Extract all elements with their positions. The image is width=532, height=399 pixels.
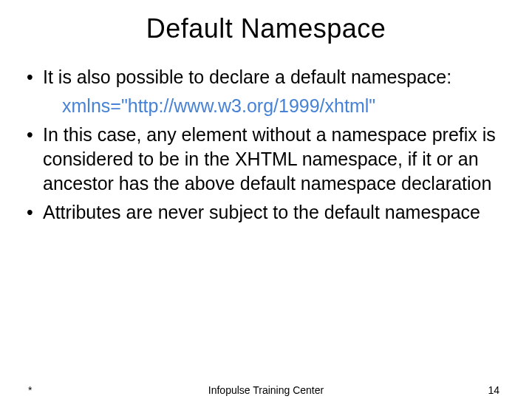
bullet-item: Attributes are never subject to the defa… [27, 200, 511, 225]
bullet-list: In this case, any element without a name… [21, 123, 511, 225]
footer-center: Infopulse Training Center [0, 384, 532, 396]
bullet-list: It is also possible to declare a default… [21, 65, 511, 89]
code-line: xmlns="http://www.w3.org/1999/xhtml" [62, 94, 511, 118]
bullet-item: In this case, any element without a name… [27, 123, 511, 196]
slide-title: Default Namespace [21, 13, 511, 44]
slide: Default Namespace It is also possible to… [0, 0, 532, 399]
bullet-item: It is also possible to declare a default… [27, 65, 511, 89]
footer-page-number: 14 [488, 384, 499, 396]
